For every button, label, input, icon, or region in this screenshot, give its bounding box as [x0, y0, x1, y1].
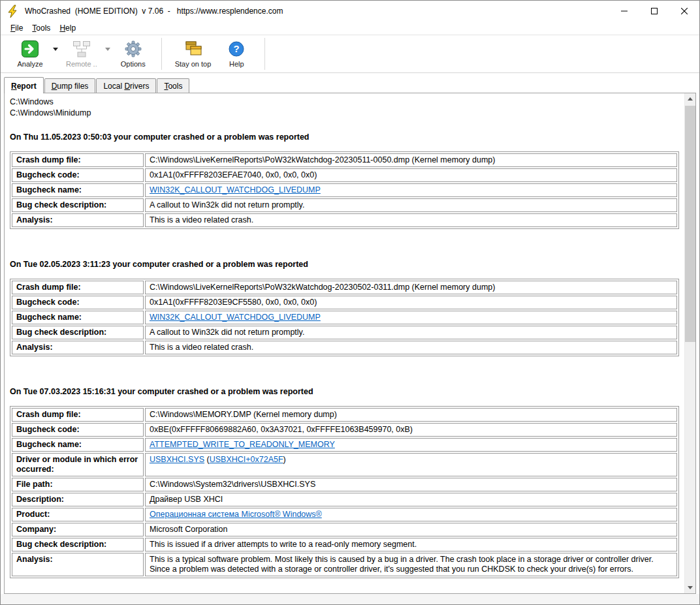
crash-report-section: On Thu 11.05.2023 0:50:03 your computer … — [10, 132, 679, 229]
options-button[interactable]: Options — [113, 35, 153, 72]
field-value: 0x1A1(0xFFFF8203EFAE7040, 0x0, 0x0, 0x0) — [145, 168, 677, 182]
scroll-down-button[interactable] — [685, 582, 695, 593]
crash-heading: On Thu 11.05.2023 0:50:03 your computer … — [10, 132, 679, 143]
scrollbar-thumb[interactable] — [685, 106, 695, 342]
field-value: 0xBE(0xFFFFF80669882A60, 0x3A37021, 0xFF… — [145, 423, 677, 437]
table-row: Crash dump file:C:\Windows\MEMORY.DMP (K… — [12, 408, 677, 422]
report-link[interactable]: Операционная система Microsoft® Windows® — [150, 510, 322, 519]
menu-tools[interactable]: Tools — [27, 22, 55, 34]
windows-stack-icon — [183, 39, 203, 59]
field-label: Bug check description: — [12, 198, 144, 212]
field-label: Crash dump file: — [12, 153, 144, 167]
field-value: C:\Windows\System32\drivers\USBXHCI.SYS — [145, 478, 677, 491]
tab-local-drivers[interactable]: Local Drivers — [96, 78, 156, 93]
maximize-button[interactable] — [639, 1, 669, 21]
crash-details-table: Crash dump file:C:\Windows\LiveKernelRep… — [10, 151, 679, 229]
remote-dropdown-arrow[interactable] — [103, 35, 113, 63]
report-link[interactable]: ATTEMPTED_WRITE_TO_READONLY_MEMORY — [150, 440, 335, 449]
report-link[interactable]: WIN32K_CALLOUT_WATCHDOG_LIVEDUMP — [150, 185, 321, 194]
report-link[interactable]: USBXHCI.SYS — [150, 455, 204, 464]
stay-on-top-label: Stay on top — [175, 60, 212, 68]
remote-computers-icon — [72, 39, 91, 59]
minimize-button[interactable] — [609, 1, 639, 21]
tab-report[interactable]: Report — [4, 77, 44, 93]
tab-dump-files[interactable]: Dump files — [44, 78, 96, 93]
analyze-label: Analyze — [17, 60, 42, 68]
field-label: Driver or module in which error occurred… — [12, 453, 144, 476]
field-label: Bugcheck name: — [12, 183, 144, 197]
field-value: C:\Windows\MEMORY.DMP (Kernel memory dum… — [145, 408, 677, 422]
field-value: 0x1A1(0xFFFF8203E9CF5580, 0x0, 0x0, 0x0) — [145, 296, 677, 309]
analyze-dropdown-arrow[interactable] — [50, 35, 61, 63]
toolbar-separator — [161, 38, 162, 70]
field-label: Description: — [12, 493, 144, 506]
scrollbar-track[interactable] — [685, 104, 695, 582]
field-label: Bugcheck code: — [12, 168, 144, 182]
toolbar-separator — [264, 38, 265, 70]
stay-on-top-button[interactable]: Stay on top — [170, 35, 217, 72]
field-label: Bugcheck code: — [12, 423, 144, 437]
menu-file[interactable]: File — [6, 22, 27, 34]
close-button[interactable] — [669, 1, 699, 21]
window-title: WhoCrashed (HOME EDITION) v 7.06 - https… — [25, 7, 283, 16]
field-value: ATTEMPTED_WRITE_TO_READONLY_MEMORY — [145, 438, 677, 452]
field-value: C:\Windows\LiveKernelReports\PoW32kWatch… — [145, 153, 677, 167]
titlebar: WhoCrashed (HOME EDITION) v 7.06 - https… — [1, 1, 699, 21]
field-label: File path: — [12, 478, 144, 491]
field-label: Company: — [12, 523, 144, 536]
svg-text:?: ? — [234, 43, 240, 54]
field-value: A callout to Win32k did not return promp… — [145, 198, 677, 212]
scroll-up-button[interactable] — [685, 93, 695, 104]
options-label: Options — [121, 60, 146, 68]
table-row: Analysis:This is a video related crash. — [12, 213, 677, 227]
scrollbar-vertical[interactable] — [684, 93, 695, 593]
window-controls — [609, 1, 699, 21]
table-row: Bugcheck name:WIN32K_CALLOUT_WATCHDOG_LI… — [12, 311, 677, 324]
field-value: Операционная система Microsoft® Windows® — [145, 508, 677, 521]
field-value: This is a typical software problem. Most… — [145, 553, 677, 576]
field-value: This is a video related crash. — [145, 213, 677, 227]
field-value: A callout to Win32k did not return promp… — [145, 326, 677, 339]
field-value: This is a video related crash. — [145, 341, 677, 354]
field-value: Драйвер USB XHCI — [145, 493, 677, 506]
help-button[interactable]: ? Help — [216, 35, 257, 72]
menubar: File Tools Help — [1, 21, 699, 35]
field-label: Analysis: — [12, 341, 144, 354]
tabbar: Report Dump files Local Drivers Tools — [1, 73, 699, 93]
table-row: Bug check description:A callout to Win32… — [12, 198, 677, 212]
table-row: Bug check description:This is issued if … — [12, 538, 677, 551]
field-label: Crash dump file: — [12, 281, 144, 294]
field-value: This is issued if a driver attempts to w… — [145, 538, 677, 551]
table-row: Bugcheck code:0x1A1(0xFFFF8203E9CF5580, … — [12, 296, 677, 309]
analyze-icon — [20, 39, 40, 59]
remote-button[interactable]: Remote .. — [61, 35, 103, 72]
table-row: Description:Драйвер USB XHCI — [12, 493, 677, 506]
crash-details-table: Crash dump file:C:\Windows\LiveKernelRep… — [10, 279, 679, 356]
field-label: Bug check description: — [12, 538, 144, 551]
table-row: Product:Операционная система Microsoft® … — [12, 508, 677, 521]
crash-report-section: On Tue 02.05.2023 3:11:23 your computer … — [10, 259, 679, 356]
remote-label: Remote .. — [66, 60, 97, 68]
tab-tools[interactable]: Tools — [157, 78, 189, 93]
field-label: Analysis: — [12, 213, 144, 227]
report-link[interactable]: USBXHCI+0x72A5F — [210, 455, 283, 464]
field-label: Crash dump file: — [12, 408, 144, 422]
table-row: Bugcheck name:ATTEMPTED_WRITE_TO_READONL… — [12, 438, 677, 452]
crash-sections: On Thu 11.05.2023 0:50:03 your computer … — [10, 132, 679, 578]
dump-path: C:\Windows\Minidump — [10, 108, 679, 119]
report-link[interactable]: WIN32K_CALLOUT_WATCHDOG_LIVEDUMP — [150, 313, 321, 322]
crash-details-table: Crash dump file:C:\Windows\MEMORY.DMP (K… — [10, 406, 679, 578]
field-value: WIN32K_CALLOUT_WATCHDOG_LIVEDUMP — [145, 183, 677, 197]
analyze-button[interactable]: Analyze — [10, 35, 50, 72]
table-row: Company:Microsoft Corporation — [12, 523, 677, 536]
table-row: Bugcheck name:WIN32K_CALLOUT_WATCHDOG_LI… — [12, 183, 677, 197]
field-value: WIN32K_CALLOUT_WATCHDOG_LIVEDUMP — [145, 311, 677, 324]
table-row: Analysis:This is a video related crash. — [12, 341, 677, 354]
table-row: Bugcheck code:0x1A1(0xFFFF8203EFAE7040, … — [12, 168, 677, 182]
report-view[interactable]: C:\Windows C:\Windows\Minidump On Thu 11… — [5, 93, 684, 593]
help-label: Help — [229, 60, 244, 68]
field-label: Bug check description: — [12, 326, 144, 339]
table-row: Analysis:This is a typical software prob… — [12, 553, 677, 576]
field-value: C:\Windows\LiveKernelReports\PoW32kWatch… — [145, 281, 677, 294]
menu-help[interactable]: Help — [55, 22, 80, 34]
